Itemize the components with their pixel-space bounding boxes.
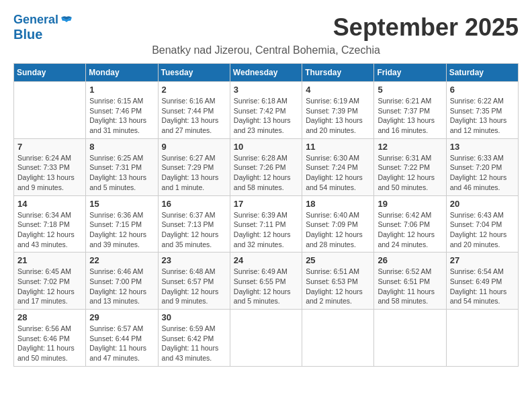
day-info: Sunrise: 6:56 AMSunset: 6:46 PMDaylight:… bbox=[17, 324, 82, 363]
calendar-cell bbox=[302, 310, 374, 367]
day-info: Sunrise: 6:46 AMSunset: 7:00 PMDaylight:… bbox=[89, 267, 154, 306]
day-info: Sunrise: 6:33 AMSunset: 7:20 PMDaylight:… bbox=[450, 153, 515, 193]
calendar-cell: 21Sunrise: 6:45 AMSunset: 7:02 PMDayligh… bbox=[14, 253, 86, 310]
day-info: Sunrise: 6:25 AMSunset: 7:31 PMDaylight:… bbox=[89, 153, 154, 193]
day-number: 12 bbox=[378, 142, 442, 152]
day-number: 3 bbox=[234, 85, 298, 95]
day-info: Sunrise: 6:15 AMSunset: 7:46 PMDaylight:… bbox=[89, 96, 154, 136]
calendar-cell bbox=[374, 310, 446, 367]
day-header-wednesday: Wednesday bbox=[230, 64, 302, 82]
day-info: Sunrise: 6:39 AMSunset: 7:11 PMDaylight:… bbox=[234, 210, 298, 250]
calendar-cell: 5Sunrise: 6:21 AMSunset: 7:37 PMDaylight… bbox=[374, 82, 446, 139]
day-number: 6 bbox=[450, 85, 515, 95]
calendar-cell bbox=[14, 82, 86, 139]
calendar-table: SundayMondayTuesdayWednesdayThursdayFrid… bbox=[13, 63, 519, 367]
calendar-cell: 30Sunrise: 6:59 AMSunset: 6:42 PMDayligh… bbox=[158, 310, 230, 367]
calendar-cell: 6Sunrise: 6:22 AMSunset: 7:35 PMDaylight… bbox=[446, 82, 518, 139]
day-number: 18 bbox=[306, 199, 370, 209]
calendar-cell: 4Sunrise: 6:19 AMSunset: 7:39 PMDaylight… bbox=[302, 82, 374, 139]
day-number: 11 bbox=[306, 142, 370, 152]
day-header-friday: Friday bbox=[374, 64, 446, 82]
calendar-cell: 3Sunrise: 6:18 AMSunset: 7:42 PMDaylight… bbox=[230, 82, 302, 139]
day-info: Sunrise: 6:43 AMSunset: 7:04 PMDaylight:… bbox=[450, 210, 515, 250]
calendar-cell: 16Sunrise: 6:37 AMSunset: 7:13 PMDayligh… bbox=[158, 195, 230, 253]
day-number: 23 bbox=[162, 255, 226, 265]
day-info: Sunrise: 6:54 AMSunset: 6:49 PMDaylight:… bbox=[450, 267, 515, 306]
day-number: 20 bbox=[450, 199, 515, 209]
day-number: 25 bbox=[306, 255, 370, 265]
calendar-cell: 24Sunrise: 6:49 AMSunset: 6:55 PMDayligh… bbox=[230, 253, 302, 310]
day-number: 21 bbox=[17, 255, 82, 265]
day-info: Sunrise: 6:57 AMSunset: 6:44 PMDaylight:… bbox=[89, 324, 154, 363]
day-number: 30 bbox=[162, 312, 226, 322]
day-number: 14 bbox=[17, 199, 82, 209]
day-header-monday: Monday bbox=[86, 64, 158, 82]
day-info: Sunrise: 6:36 AMSunset: 7:15 PMDaylight:… bbox=[89, 210, 154, 250]
day-number: 8 bbox=[89, 142, 154, 152]
calendar-cell: 9Sunrise: 6:27 AMSunset: 7:29 PMDaylight… bbox=[158, 138, 230, 195]
day-number: 17 bbox=[234, 199, 298, 209]
day-info: Sunrise: 6:24 AMSunset: 7:33 PMDaylight:… bbox=[17, 153, 82, 193]
day-info: Sunrise: 6:22 AMSunset: 7:35 PMDaylight:… bbox=[450, 96, 515, 136]
calendar-cell: 17Sunrise: 6:39 AMSunset: 7:11 PMDayligh… bbox=[230, 195, 302, 253]
day-info: Sunrise: 6:31 AMSunset: 7:22 PMDaylight:… bbox=[378, 153, 442, 193]
calendar-cell: 27Sunrise: 6:54 AMSunset: 6:49 PMDayligh… bbox=[446, 253, 518, 310]
day-number: 19 bbox=[378, 199, 442, 209]
day-info: Sunrise: 6:45 AMSunset: 7:02 PMDaylight:… bbox=[17, 267, 82, 306]
day-number: 13 bbox=[450, 142, 515, 152]
logo-blue: Blue bbox=[13, 27, 42, 42]
day-number: 10 bbox=[234, 142, 298, 152]
calendar-cell: 8Sunrise: 6:25 AMSunset: 7:31 PMDaylight… bbox=[86, 138, 158, 195]
calendar-cell: 23Sunrise: 6:48 AMSunset: 6:57 PMDayligh… bbox=[158, 253, 230, 310]
calendar-cell bbox=[230, 310, 302, 367]
day-info: Sunrise: 6:37 AMSunset: 7:13 PMDaylight:… bbox=[162, 210, 226, 250]
day-info: Sunrise: 6:19 AMSunset: 7:39 PMDaylight:… bbox=[306, 96, 370, 136]
day-info: Sunrise: 6:34 AMSunset: 7:18 PMDaylight:… bbox=[17, 210, 82, 250]
day-number: 9 bbox=[162, 142, 226, 152]
day-info: Sunrise: 6:42 AMSunset: 7:06 PMDaylight:… bbox=[378, 210, 442, 250]
calendar-cell: 10Sunrise: 6:28 AMSunset: 7:26 PMDayligh… bbox=[230, 138, 302, 195]
day-number: 16 bbox=[162, 199, 226, 209]
logo-bird-icon bbox=[60, 15, 73, 25]
calendar-cell: 26Sunrise: 6:52 AMSunset: 6:51 PMDayligh… bbox=[374, 253, 446, 310]
calendar-cell: 11Sunrise: 6:30 AMSunset: 7:24 PMDayligh… bbox=[302, 138, 374, 195]
day-info: Sunrise: 6:16 AMSunset: 7:44 PMDaylight:… bbox=[162, 96, 226, 136]
day-header-thursday: Thursday bbox=[302, 64, 374, 82]
calendar-cell: 18Sunrise: 6:40 AMSunset: 7:09 PMDayligh… bbox=[302, 195, 374, 253]
day-info: Sunrise: 6:21 AMSunset: 7:37 PMDaylight:… bbox=[378, 96, 442, 136]
day-number: 27 bbox=[450, 255, 515, 265]
calendar-cell: 7Sunrise: 6:24 AMSunset: 7:33 PMDaylight… bbox=[14, 138, 86, 195]
day-number: 7 bbox=[17, 142, 82, 152]
calendar-cell bbox=[446, 310, 518, 367]
day-number: 4 bbox=[306, 85, 370, 95]
day-number: 15 bbox=[89, 199, 154, 209]
day-info: Sunrise: 6:18 AMSunset: 7:42 PMDaylight:… bbox=[234, 96, 298, 136]
day-number: 28 bbox=[17, 312, 82, 322]
day-info: Sunrise: 6:28 AMSunset: 7:26 PMDaylight:… bbox=[234, 153, 298, 193]
day-info: Sunrise: 6:48 AMSunset: 6:57 PMDaylight:… bbox=[162, 267, 226, 306]
day-number: 26 bbox=[378, 255, 442, 265]
day-info: Sunrise: 6:52 AMSunset: 6:51 PMDaylight:… bbox=[378, 267, 442, 306]
calendar-cell: 12Sunrise: 6:31 AMSunset: 7:22 PMDayligh… bbox=[374, 138, 446, 195]
logo-general: General bbox=[13, 13, 58, 26]
calendar-cell: 20Sunrise: 6:43 AMSunset: 7:04 PMDayligh… bbox=[446, 195, 518, 253]
calendar-cell: 25Sunrise: 6:51 AMSunset: 6:53 PMDayligh… bbox=[302, 253, 374, 310]
day-number: 2 bbox=[162, 85, 226, 95]
day-number: 29 bbox=[89, 312, 154, 322]
day-info: Sunrise: 6:59 AMSunset: 6:42 PMDaylight:… bbox=[162, 324, 226, 363]
calendar-cell: 2Sunrise: 6:16 AMSunset: 7:44 PMDaylight… bbox=[158, 82, 230, 139]
day-number: 22 bbox=[89, 255, 154, 265]
day-number: 5 bbox=[378, 85, 442, 95]
day-number: 1 bbox=[89, 85, 154, 95]
logo: General Blue bbox=[13, 13, 73, 42]
day-info: Sunrise: 6:40 AMSunset: 7:09 PMDaylight:… bbox=[306, 210, 370, 250]
calendar-cell: 22Sunrise: 6:46 AMSunset: 7:00 PMDayligh… bbox=[86, 253, 158, 310]
day-header-sunday: Sunday bbox=[14, 64, 86, 82]
calendar-cell: 1Sunrise: 6:15 AMSunset: 7:46 PMDaylight… bbox=[86, 82, 158, 139]
calendar-cell: 29Sunrise: 6:57 AMSunset: 6:44 PMDayligh… bbox=[86, 310, 158, 367]
calendar-cell: 13Sunrise: 6:33 AMSunset: 7:20 PMDayligh… bbox=[446, 138, 518, 195]
calendar-cell: 28Sunrise: 6:56 AMSunset: 6:46 PMDayligh… bbox=[14, 310, 86, 367]
calendar-cell: 15Sunrise: 6:36 AMSunset: 7:15 PMDayligh… bbox=[86, 195, 158, 253]
month-title: September 2025 bbox=[333, 13, 519, 42]
calendar-cell: 19Sunrise: 6:42 AMSunset: 7:06 PMDayligh… bbox=[374, 195, 446, 253]
